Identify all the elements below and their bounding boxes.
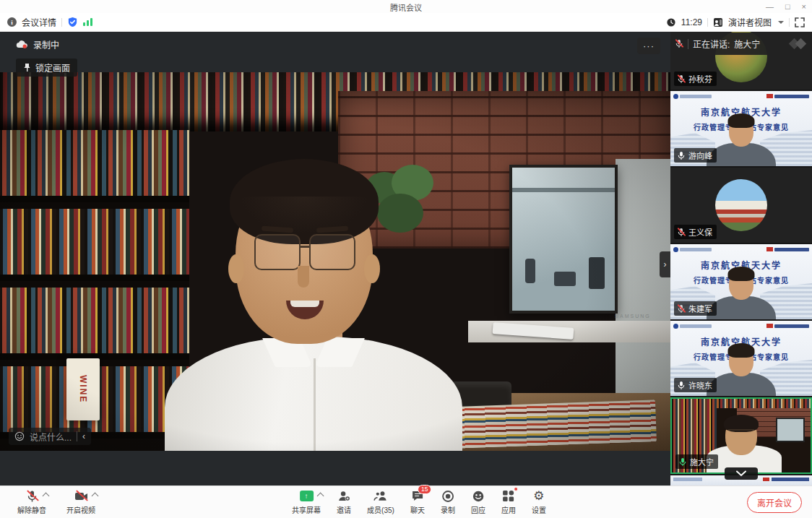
chevron-up-icon[interactable] <box>42 493 49 500</box>
apps-notification-dot <box>514 487 518 491</box>
name-badge: 施大宁 <box>675 454 718 469</box>
college-logo <box>766 94 809 98</box>
name-badge: 王义保 <box>674 225 717 239</box>
lock-view-label: 锁定画面 <box>35 61 70 74</box>
top-toolbar-left: i 会议详情 <box>7 16 92 28</box>
network-signal-icon[interactable] <box>83 18 92 26</box>
participant-name: 游向峰 <box>688 150 712 161</box>
participant-name: 许晓东 <box>688 379 712 391</box>
university-logo <box>673 324 712 329</box>
reactions-button[interactable]: 回应 <box>471 489 485 515</box>
apps-grid-icon <box>501 489 515 503</box>
chevron-up-icon[interactable] <box>316 493 324 500</box>
members-button[interactable]: 成员(35) <box>367 489 394 515</box>
settings-button[interactable]: ⚙ 设置 <box>532 489 546 515</box>
chevron-down-icon <box>735 470 747 477</box>
camera-off-icon <box>74 489 88 503</box>
avatar <box>715 179 767 231</box>
speaking-name: 施大宁 <box>734 38 760 50</box>
layout-view-icon <box>713 17 723 27</box>
chevron-up-icon[interactable] <box>91 493 98 500</box>
quick-message-bar[interactable]: 说点什么... ‹ <box>9 428 91 445</box>
reaction-smiley-icon <box>471 489 485 503</box>
security-shield-icon[interactable] <box>67 17 78 27</box>
main-video-stage: WINE SAMSUNG <box>0 32 670 485</box>
mic-muted-icon <box>25 489 39 503</box>
share-screen-button[interactable]: ↑ 共享屏幕 <box>292 489 321 515</box>
recording-label: 录制中 <box>33 38 59 51</box>
name-badge: 朱建军 <box>674 301 717 316</box>
recording-indicator: 录制中 <box>16 38 59 51</box>
divider <box>789 18 790 27</box>
university-logo <box>673 247 712 252</box>
chat-unread-badge: 15 <box>418 485 431 494</box>
participant-tiles: 孙秋芬 南京航空航天大学 行政管理专业评估专家意见 反馈 <box>670 32 812 485</box>
college-logo <box>766 247 809 251</box>
name-badge: 游向峰 <box>674 148 717 163</box>
magazine-stack <box>459 400 657 448</box>
participant-tile[interactable]: 南京航空航天大学 行政管理专业评估专家意见 反馈 朱建军 <box>670 244 812 319</box>
bottom-toolbar-left: 解除静音 开启视频 <box>17 489 95 515</box>
participant-tile[interactable]: 南京航空航天大学 行政管理专业评估专家意见 反馈 游向峰 <box>670 91 812 166</box>
mic-muted-icon <box>677 74 686 84</box>
divider <box>61 18 62 27</box>
speaking-prefix: 正在讲话: <box>693 38 730 50</box>
collapse-tiles-button[interactable] <box>725 467 758 480</box>
apps-button[interactable]: 应用 <box>501 489 516 515</box>
collapse-message-bar-icon[interactable]: ‹ <box>82 431 85 441</box>
view-mode-selector[interactable]: 演讲者视图 <box>728 16 772 28</box>
mic-on-icon <box>677 151 686 160</box>
speaker-video-feed: WINE SAMSUNG <box>0 72 670 451</box>
lock-view-button[interactable]: 锁定画面 <box>16 59 77 77</box>
record-icon <box>441 489 454 503</box>
collapse-panel-icon[interactable] <box>789 38 808 50</box>
emoji-icon[interactable] <box>14 431 25 441</box>
sidebar-collapse-handle[interactable]: › <box>660 251 670 277</box>
mic-speaking-icon <box>678 457 687 467</box>
samsung-device-label: SAMSUNG <box>597 314 669 319</box>
name-badge: 孙秋芬 <box>674 72 717 86</box>
window-title: 腾讯会议 <box>0 1 812 13</box>
chat-button[interactable]: 15 聊天 <box>410 489 425 515</box>
window-controls: — □ × <box>766 1 806 12</box>
titlebar: 腾讯会议 — □ × <box>0 0 812 13</box>
participant-name: 施大宁 <box>690 456 714 467</box>
more-options-button[interactable]: ··· <box>637 38 660 54</box>
message-input-placeholder[interactable]: 说点什么... <box>30 431 72 443</box>
college-logo <box>766 324 809 328</box>
name-badge: 许晓东 <box>674 378 717 392</box>
pin-icon <box>23 63 31 72</box>
meeting-duration: 11:29 <box>681 17 702 27</box>
chevron-down-icon[interactable] <box>778 21 784 24</box>
members-icon <box>373 489 387 503</box>
glasses <box>254 234 301 270</box>
participant-tile-active-speaker[interactable]: 施大宁 <box>670 397 812 474</box>
fullscreen-icon[interactable] <box>795 17 805 27</box>
mic-on-icon <box>677 381 686 390</box>
start-video-button[interactable]: 开启视频 <box>66 489 95 515</box>
record-button[interactable]: 录制 <box>441 489 455 515</box>
meeting-details-button[interactable]: 会议详情 <box>22 16 56 28</box>
leave-meeting-button[interactable]: 离开会议 <box>747 492 802 513</box>
info-icon: i <box>7 17 17 27</box>
gear-icon: ⚙ <box>533 490 544 502</box>
close-button[interactable]: × <box>802 1 806 12</box>
participants-sidebar: 孙秋芬 南京航空航天大学 行政管理专业评估专家意见 反馈 <box>670 32 812 485</box>
clock-icon <box>666 17 676 27</box>
invite-person-icon <box>337 489 351 503</box>
tencent-meeting-window: 腾讯会议 — □ × i 会议详情 11:29 <box>0 0 812 518</box>
minimize-button[interactable]: — <box>766 1 774 12</box>
divider <box>707 18 708 27</box>
bottom-toolbar-center: ↑ 共享屏幕 邀请 成员(35) <box>292 489 546 515</box>
invite-button[interactable]: 邀请 <box>337 489 351 515</box>
top-toolbar: i 会议详情 11:29 演讲者视图 <box>0 13 812 32</box>
participant-tile[interactable]: 南京航空航天大学 行政管理专业评估专家意见 反馈 许晓东 <box>670 321 812 396</box>
university-logo <box>673 94 712 99</box>
maximize-button[interactable]: □ <box>785 1 790 12</box>
mic-muted-icon <box>677 304 686 314</box>
unmute-button[interactable]: 解除静音 <box>17 489 46 515</box>
participant-name: 朱建军 <box>688 303 712 314</box>
office-window <box>509 165 618 314</box>
participant-tile[interactable]: 王义保 <box>670 168 812 243</box>
cloud-record-icon <box>16 40 28 49</box>
